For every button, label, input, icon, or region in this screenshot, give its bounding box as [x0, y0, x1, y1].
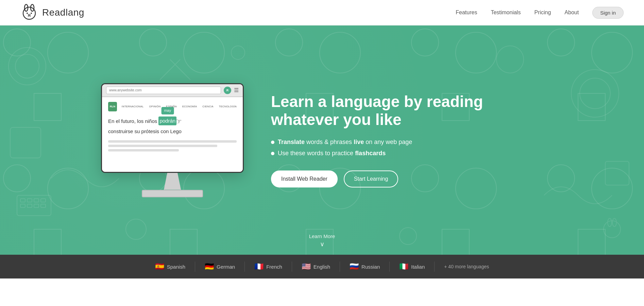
monitor-nav-tecnologia: TECNOLOGÍA — [219, 105, 237, 108]
bg-pattern — [0, 25, 644, 255]
bullet-1-text: Translate words & phrases live on any we… — [278, 139, 412, 146]
svg-point-9 — [15, 54, 39, 78]
svg-point-27 — [604, 221, 621, 238]
learn-more-area: Learn More ∨ — [309, 233, 335, 248]
chevron-down-icon[interactable]: ∨ — [309, 240, 335, 248]
translate-bold: Translate — [278, 139, 305, 145]
url-text: www.anywebsite.com — [109, 88, 142, 92]
bullet-dot-1 — [271, 141, 274, 144]
monitor-nav-opinion: OPINIÓN — [149, 105, 161, 108]
signin-button[interactable]: Sign in — [592, 7, 624, 19]
svg-rect-23 — [20, 204, 25, 208]
flag-german: 🇩🇪 — [205, 262, 214, 271]
site-logo: RLN — [108, 102, 117, 111]
svg-point-11 — [580, 78, 610, 109]
flashcards-bold: flashcards — [355, 150, 386, 157]
bullet-2-text: Use these words to practice flashcards — [278, 150, 386, 157]
bullet-1-mid: words & phrases — [306, 139, 352, 145]
hero-cta-buttons: Install Web Reader Start Learning — [271, 170, 543, 187]
svg-rect-22 — [41, 199, 46, 202]
bullet-translate: Translate words & phrases live on any we… — [271, 139, 543, 146]
url-bar: www.anywebsite.com — [106, 87, 221, 94]
svg-rect-19 — [20, 199, 25, 202]
lang-french-label: French — [266, 264, 282, 270]
svg-point-3 — [27, 13, 28, 14]
hero-title: Learn a language by reading whatever you… — [271, 93, 543, 129]
main-nav: Features Testimonials Pricing About Sign… — [456, 7, 624, 19]
monitor-nav: INTERNACIONAL OPINIÓN ESPAÑA ECONOMÍA CI… — [122, 105, 237, 108]
hero-content: www.anywebsite.com R ☰ RLN INTERNACIONAL… — [101, 83, 543, 197]
svg-rect-18 — [17, 195, 51, 216]
lang-english[interactable]: 🇺🇸 English — [292, 262, 340, 271]
nav-about[interactable]: About — [564, 10, 579, 16]
svg-line-17 — [160, 59, 180, 80]
article-text: En el futuro, los niños may podrán ☞cons… — [108, 115, 237, 136]
monitor-toolbar: www.anywebsite.com R ☰ — [102, 84, 243, 97]
svg-line-16 — [170, 59, 190, 80]
svg-rect-24 — [27, 204, 32, 208]
lang-german-label: German — [217, 264, 235, 270]
hero-bullets: Translate words & phrases live on any we… — [271, 139, 543, 157]
monitor-neck — [164, 173, 181, 190]
lang-italian[interactable]: 🇮🇹 Italian — [390, 262, 434, 271]
hero-text-block: Learn a language by reading whatever you… — [271, 93, 543, 188]
svg-point-8 — [9, 48, 46, 85]
svg-point-29 — [612, 218, 616, 227]
svg-rect-13 — [605, 161, 629, 185]
content-line-2 — [108, 145, 217, 147]
start-learning-button[interactable]: Start Learning — [344, 170, 399, 187]
bullet-dot-2 — [271, 152, 274, 155]
monitor-nav-ciencia: CIENCIA — [202, 105, 214, 108]
bullet-1-end: on any web page — [366, 139, 412, 145]
menu-icon: ☰ — [234, 87, 239, 93]
monitor-body: RLN INTERNACIONAL OPINIÓN ESPAÑA ECONOMÍ… — [102, 97, 243, 172]
lang-russian[interactable]: 🇷🇺 Russian — [340, 262, 389, 271]
header: Readlang Features Testimonials Pricing A… — [0, 0, 644, 25]
svg-point-15 — [496, 46, 524, 73]
monitor-content-lines — [108, 140, 237, 151]
live-bold: live — [354, 139, 364, 145]
flag-english: 🇺🇸 — [302, 262, 311, 271]
svg-rect-25 — [34, 204, 39, 208]
svg-point-30 — [231, 46, 245, 59]
svg-rect-26 — [41, 204, 46, 208]
svg-rect-12 — [10, 127, 41, 158]
monitor-frame: www.anywebsite.com R ☰ RLN INTERNACIONAL… — [101, 83, 244, 173]
monitor-nav-economia: ECONOMÍA — [182, 105, 197, 108]
content-line-1 — [108, 140, 237, 143]
monitor-nav-internacional: INTERNACIONAL — [122, 105, 144, 108]
monitor-stand — [101, 173, 244, 197]
highlighted-word: may podrán — [158, 116, 176, 125]
flag-spanish: 🇪🇸 — [155, 262, 164, 271]
more-languages-label[interactable]: + 40 more languages — [435, 264, 498, 269]
svg-point-5 — [28, 14, 30, 16]
learn-more-text[interactable]: Learn More — [309, 233, 335, 239]
bullet-2-start: Use these words to practice — [278, 150, 353, 157]
flag-french: 🇫🇷 — [254, 262, 264, 271]
content-line-3 — [108, 149, 179, 151]
svg-point-31 — [400, 228, 417, 245]
nav-features[interactable]: Features — [456, 10, 477, 16]
lang-italian-label: Italian — [411, 264, 425, 270]
lang-spanish-label: Spanish — [167, 264, 185, 270]
hero-section: www.anywebsite.com R ☰ RLN INTERNACIONAL… — [0, 25, 644, 255]
lang-german[interactable]: 🇩🇪 German — [195, 262, 244, 271]
lang-french[interactable]: 🇫🇷 French — [245, 262, 292, 271]
flag-russian: 🇷🇺 — [350, 262, 359, 271]
lang-english-label: English — [313, 264, 330, 270]
lang-russian-label: Russian — [361, 264, 380, 270]
svg-point-28 — [608, 218, 612, 227]
svg-point-14 — [126, 219, 146, 239]
svg-point-10 — [571, 70, 619, 117]
lang-spanish[interactable]: 🇪🇸 Spanish — [146, 262, 195, 271]
install-web-reader-button[interactable]: Install Web Reader — [271, 170, 338, 187]
svg-rect-20 — [27, 199, 32, 202]
language-footer: 🇪🇸 Spanish 🇩🇪 German 🇫🇷 French 🇺🇸 Englis… — [0, 255, 644, 278]
monitor-illustration: www.anywebsite.com R ☰ RLN INTERNACIONAL… — [101, 83, 244, 197]
readlang-extension-btn: R — [224, 87, 231, 94]
logo-area: Readlang — [20, 4, 456, 21]
translation-tooltip: may — [161, 107, 174, 114]
nav-testimonials[interactable]: Testimonials — [491, 10, 521, 16]
nav-pricing[interactable]: Pricing — [534, 10, 551, 16]
monitor-base — [142, 190, 203, 197]
